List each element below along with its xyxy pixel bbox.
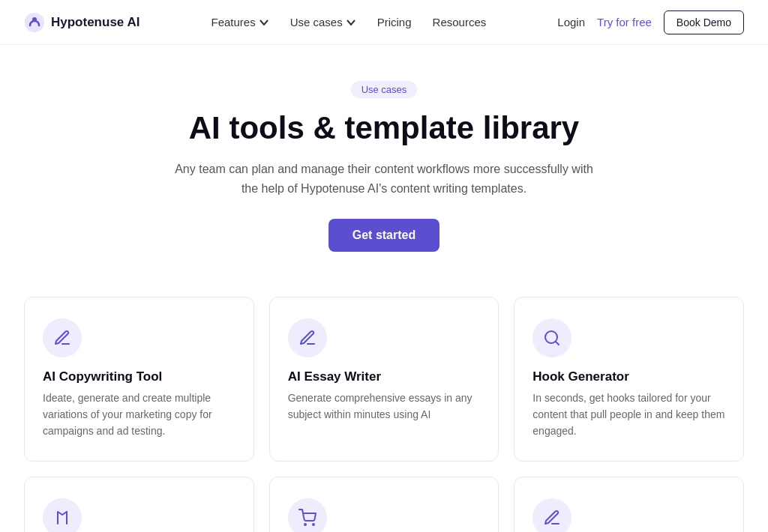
try-free-button[interactable]: Try for free (597, 16, 652, 28)
card-desc-copywriting: Ideate, generate and create multiple var… (43, 390, 236, 439)
card-title-copywriting: AI Copywriting Tool (43, 369, 236, 384)
nav-usecases[interactable]: Use cases (290, 16, 356, 28)
nav-pricing[interactable]: Pricing (377, 16, 412, 28)
card-hook[interactable]: Hook Generator In seconds, get hooks tai… (514, 297, 744, 461)
get-started-button[interactable]: Get started (328, 219, 440, 252)
logo-text: Hypotenuse AI (51, 15, 140, 30)
card-icon-essay (288, 318, 327, 357)
card-desc-hook: In seconds, get hooks tailored for your … (532, 390, 725, 439)
card-icon-shopify (288, 498, 327, 532)
card-title-hook: Hook Generator (532, 369, 725, 384)
card-marketing[interactable]: Marketing Plan Generator Effortlessly ge… (514, 477, 744, 532)
nav-links: Features Use cases Pricing Resources (211, 16, 486, 28)
card-icon-hook (532, 318, 572, 357)
card-copywriting[interactable]: AI Copywriting Tool Ideate, generate and… (24, 297, 254, 461)
svg-line-3 (556, 342, 559, 345)
card-desc-essay: Generate comprehensive essays in any sub… (288, 390, 481, 423)
nav-features[interactable]: Features (211, 16, 268, 28)
card-icon-book-title (43, 498, 82, 532)
tools-grid: AI Copywriting Tool Ideate, generate and… (0, 282, 768, 532)
login-button[interactable]: Login (557, 16, 585, 28)
navbar: Hypotenuse AI Features Use cases Pricing… (0, 0, 768, 45)
book-demo-button[interactable]: Book Demo (664, 10, 744, 34)
nav-actions: Login Try for free Book Demo (557, 10, 744, 34)
svg-point-1 (32, 17, 37, 22)
hero-title: AI tools & template library (60, 110, 708, 146)
hero-description: Any team can plan and manage their conte… (174, 160, 594, 198)
svg-point-0 (25, 13, 44, 32)
hero-section: Use cases AI tools & template library An… (0, 45, 768, 282)
svg-point-5 (304, 524, 306, 525)
card-book-title[interactable]: Book Title Generator Let AI create atten… (24, 477, 254, 532)
card-essay[interactable]: AI Essay Writer Generate comprehensive e… (269, 297, 500, 461)
card-icon-marketing (532, 498, 572, 532)
hero-badge: Use cases (351, 81, 418, 98)
svg-point-6 (313, 524, 314, 525)
card-shopify[interactable]: Shopify Business Name Generator Quickly … (269, 477, 500, 532)
card-icon-copywriting (43, 318, 82, 357)
logo[interactable]: Hypotenuse AI (24, 12, 140, 33)
card-title-essay: AI Essay Writer (288, 369, 481, 384)
nav-resources[interactable]: Resources (433, 16, 487, 28)
